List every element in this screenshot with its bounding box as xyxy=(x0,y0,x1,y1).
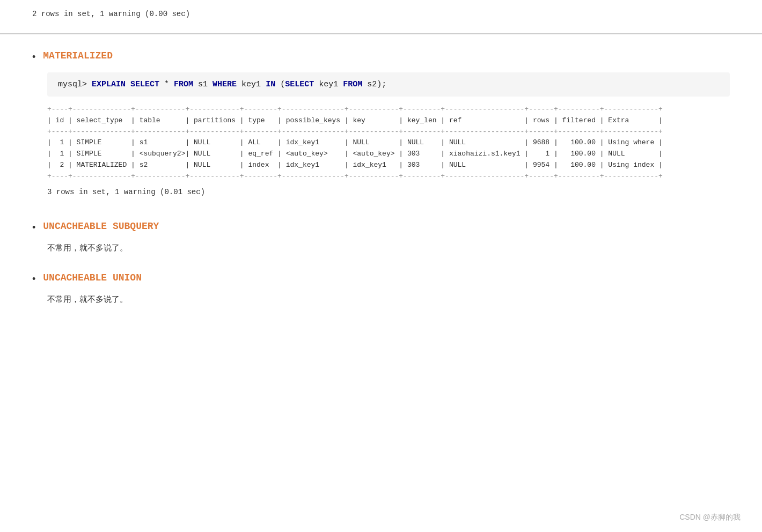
sql-from2-keyword: FROM xyxy=(338,80,362,89)
sql-select-keyword: SELECT xyxy=(126,80,159,89)
sql-col-key1: key1 xyxy=(237,80,261,89)
materialized-bullet-row: • MATERIALIZED xyxy=(32,50,730,63)
sql-where-keyword: WHERE xyxy=(208,80,237,89)
sql-table-s1: s1 xyxy=(193,80,208,89)
sql-prompt: mysql> xyxy=(58,80,87,89)
table-border-mid: +----+--------------+------------+------… xyxy=(47,128,663,136)
table-border-bot: +----+--------------+------------+------… xyxy=(47,172,663,180)
uncacheable-subquery-bullet-row: • UNCACHEABLE SUBQUERY xyxy=(32,221,730,233)
table-border-top: +----+--------------+------------+------… xyxy=(47,105,663,113)
uncacheable-subquery-desc: 不常用，就不多说了。 xyxy=(47,243,730,253)
materialized-sql-block: mysql> EXPLAIN SELECT * FROM s1 WHERE ke… xyxy=(47,72,730,97)
materialized-result-line: 3 rows in set, 1 warning (0.01 sec) xyxy=(47,188,730,196)
uncacheable-union-title: UNCACHEABLE UNION xyxy=(43,272,142,283)
uncacheable-union-section: • UNCACHEABLE UNION 不常用，就不多说了。 xyxy=(0,263,762,314)
sql-table-s2: s2); xyxy=(362,80,386,89)
sql-select2-keyword: SELECT xyxy=(285,80,314,89)
sql-col2: key1 xyxy=(314,80,338,89)
top-result-section: 2 rows in set, 1 warning (0.00 sec) xyxy=(0,0,762,24)
sql-explain-keyword: EXPLAIN xyxy=(87,80,126,89)
materialized-section: • MATERIALIZED mysql> EXPLAIN SELECT * F… xyxy=(0,34,762,206)
materialized-title: MATERIALIZED xyxy=(43,50,113,61)
bullet-dot: • xyxy=(32,51,35,63)
sql-subquery: ( xyxy=(275,80,285,89)
uncacheable-union-bullet-row: • UNCACHEABLE UNION xyxy=(32,272,730,285)
uncacheable-subquery-section: • UNCACHEABLE SUBQUERY 不常用，就不多说了。 xyxy=(0,206,762,263)
bullet-dot-3: • xyxy=(32,274,35,285)
uncacheable-union-desc: 不常用，就不多说了。 xyxy=(47,294,730,305)
table-data-row-3: | 2 | MATERIALIZED | s2 | NULL | index |… xyxy=(47,161,663,169)
table-header-row: | id | select_type | table | partitions … xyxy=(47,116,663,124)
bullet-dot-2: • xyxy=(32,222,35,233)
explain-table: +----+--------------+------------+------… xyxy=(47,104,730,182)
sql-from-keyword: FROM xyxy=(169,80,193,89)
explain-table-wrap: +----+--------------+------------+------… xyxy=(47,104,730,182)
sql-in-keyword: IN xyxy=(261,80,275,89)
uncacheable-subquery-title: UNCACHEABLE SUBQUERY xyxy=(43,221,159,232)
sql-star: * xyxy=(159,80,169,89)
top-result-text: 2 rows in set, 1 warning (0.00 sec) xyxy=(0,0,762,24)
table-data-row-1: | 1 | SIMPLE | s1 | NULL | ALL | idx_key… xyxy=(47,138,663,146)
table-data-row-2: | 1 | SIMPLE | <subquery2>| NULL | eq_re… xyxy=(47,150,663,158)
